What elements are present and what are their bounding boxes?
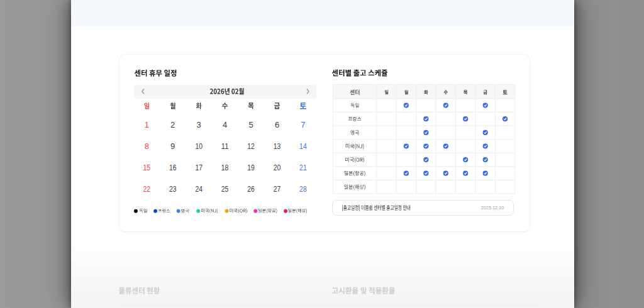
svg-text:1: 1 xyxy=(145,120,149,129)
svg-text:3: 3 xyxy=(197,120,201,129)
svg-text:11: 11 xyxy=(221,141,229,151)
svg-text:18: 18 xyxy=(221,163,229,172)
svg-text:21: 21 xyxy=(299,163,307,172)
svg-text:26: 26 xyxy=(247,184,255,194)
svg-text:23: 23 xyxy=(169,184,177,194)
svg-text:12: 12 xyxy=(247,141,255,151)
svg-text:2: 2 xyxy=(170,120,175,129)
svg-text:5: 5 xyxy=(248,120,253,129)
svg-text:13: 13 xyxy=(274,141,281,151)
svg-text:2025.12.10: 2025.12.10 xyxy=(481,205,504,211)
svg-text:7: 7 xyxy=(301,120,305,129)
svg-text:19: 19 xyxy=(247,163,255,172)
svg-text:17: 17 xyxy=(195,163,203,172)
svg-text:22: 22 xyxy=(143,184,151,194)
svg-text:8: 8 xyxy=(145,141,149,151)
svg-text:9: 9 xyxy=(170,141,175,151)
svg-text:6: 6 xyxy=(275,120,279,129)
svg-text:27: 27 xyxy=(274,184,281,194)
svg-text:4: 4 xyxy=(223,120,227,129)
svg-text:15: 15 xyxy=(143,163,151,172)
svg-text:28: 28 xyxy=(299,184,307,194)
svg-text:24: 24 xyxy=(195,184,203,194)
svg-text:25: 25 xyxy=(221,184,229,194)
svg-text:20: 20 xyxy=(274,163,281,172)
svg-text:10: 10 xyxy=(195,141,203,151)
svg-text:16: 16 xyxy=(169,163,177,172)
svg-text:14: 14 xyxy=(299,141,307,151)
